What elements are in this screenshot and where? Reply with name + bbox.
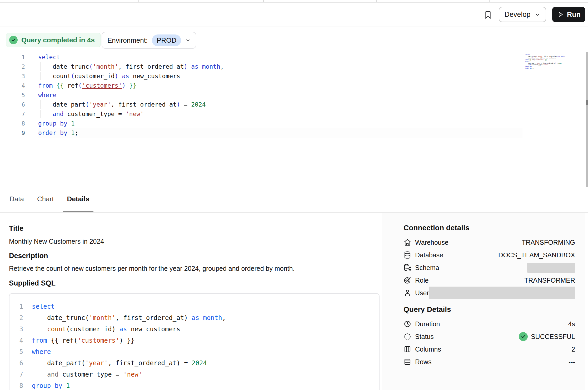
- role-icon: [403, 276, 411, 284]
- code-line[interactable]: 9order by 1;: [0, 128, 522, 138]
- row-label: Columns: [415, 346, 441, 353]
- row-label: Warehouse: [415, 239, 449, 246]
- environment-label: Environment:: [107, 36, 148, 44]
- duration-icon: [403, 320, 411, 328]
- code-text: count(customer_id) as new_customers: [38, 71, 522, 81]
- bookmark-button[interactable]: [482, 8, 494, 21]
- check-circle-icon: [9, 36, 18, 44]
- query-status-badge: Query completed in 4s: [6, 33, 101, 47]
- tab-details[interactable]: Details: [63, 187, 93, 212]
- user-icon: [403, 289, 411, 297]
- columns-icon: [403, 345, 411, 353]
- code-line[interactable]: 7and customer_type = 'new': [0, 109, 522, 119]
- tab-divider: [56, 0, 56, 2]
- code-text: count(customer_id) as new_customers: [32, 324, 379, 335]
- code-line[interactable]: 1select: [0, 52, 522, 62]
- line-number: 2: [9, 312, 23, 324]
- code-text: order by 1;: [525, 67, 556, 69]
- sql-editor[interactable]: 1select2date_trunc('month', first_ordere…: [0, 52, 522, 138]
- code-line[interactable]: 8group by 1: [0, 119, 522, 128]
- connection-details-heading: Connection details: [403, 223, 575, 232]
- code-text: date_part('year', first_ordered_at) = 20…: [38, 100, 522, 109]
- line-number: 8: [9, 380, 23, 390]
- description-heading: Description: [9, 252, 48, 260]
- line-number: 2: [0, 62, 25, 72]
- code-text: where: [32, 346, 379, 358]
- database-icon: [403, 251, 411, 259]
- code-line[interactable]: 2date_trunc('month', first_ordered_at) a…: [0, 62, 522, 71]
- code-text: and customer_type = 'new': [38, 109, 522, 119]
- status-icon: [403, 333, 411, 341]
- code-line: 6date_part('year', first_ordered_at) = 2…: [9, 358, 379, 369]
- code-line: 7and customer_type = 'new': [9, 369, 379, 380]
- editor-minimap[interactable]: 1select2date_trunc('month', first_ordere…: [525, 54, 556, 69]
- code-line[interactable]: 6date_part('year', first_ordered_at) = 2…: [0, 100, 522, 109]
- code-text: date_trunc('month', first_ordered_at) as…: [32, 312, 379, 324]
- line-number: 6: [9, 358, 23, 369]
- connection-row-warehouse: Warehouse TRANSFORMING: [403, 236, 575, 249]
- row-label: Status: [415, 333, 434, 341]
- code-line: 5where: [9, 346, 379, 358]
- supplied-sql-code: 1select2date_trunc('month', first_ordere…: [9, 294, 379, 390]
- query-details-heading: Query Details: [403, 305, 575, 314]
- redacted-user-value: [429, 287, 575, 299]
- chevron-down-icon: [185, 38, 191, 43]
- row-value: TRANSFORMER: [524, 277, 575, 284]
- connection-row-user: User: [403, 287, 575, 299]
- status-value: SUCCESSFUL: [519, 332, 575, 341]
- develop-label: Develop: [504, 11, 530, 19]
- row-label: Rows: [415, 358, 432, 366]
- code-line: 9order by 1;: [525, 67, 556, 69]
- tab-chart[interactable]: Chart: [33, 187, 58, 212]
- tab-data[interactable]: Data: [6, 187, 28, 212]
- code-line: 4from {{ ref('customers') }}: [9, 335, 379, 346]
- query-row-status: Status SUCCESSFUL: [403, 330, 575, 343]
- code-text: date_trunc('month', first_ordered_at) as…: [38, 62, 522, 71]
- code-line[interactable]: 4from {{ ref('customers') }}: [0, 81, 522, 90]
- line-number: 8: [0, 119, 25, 128]
- code-line: 1select: [9, 301, 379, 312]
- toolbar: Develop Run: [0, 3, 588, 27]
- row-label: Schema: [415, 264, 439, 272]
- environment-value-pill: PROD: [152, 34, 181, 46]
- line-number: 7: [0, 109, 25, 119]
- line-number: 4: [9, 335, 23, 346]
- line-number: 4: [0, 81, 25, 91]
- row-value: TRANSFORMING: [522, 239, 575, 246]
- develop-dropdown-button[interactable]: Develop: [499, 7, 546, 22]
- code-text: group by 1: [38, 119, 522, 128]
- tab-divider: [489, 0, 490, 2]
- code-line[interactable]: 5where: [0, 90, 522, 100]
- code-text: date_part('year', first_ordered_at) = 20…: [32, 358, 379, 369]
- connection-row-database: Database DOCS_TEAM_SANDBOX: [403, 249, 575, 261]
- code-line: 2date_trunc('month', first_ordered_at) a…: [9, 312, 379, 324]
- indent-guide: [40, 62, 41, 71]
- code-line: 3count(customer_id) as new_customers: [9, 324, 379, 335]
- line-number: 1: [0, 53, 25, 62]
- row-value: DOCS_TEAM_SANDBOX: [498, 251, 575, 259]
- query-details-rows: Duration 4s Status: [403, 318, 575, 368]
- editor-scrollbar[interactable]: [586, 52, 588, 195]
- line-number: 5: [0, 91, 25, 100]
- row-label: Duration: [415, 320, 440, 328]
- top-tab-strip: [0, 0, 588, 3]
- app-window: Develop Run Query completed in 4s Enviro…: [0, 0, 588, 390]
- tab-divider: [138, 0, 139, 2]
- scrollbar-notch: [586, 100, 588, 105]
- connection-rows: Warehouse TRANSFORMING Database DOCS_TEA…: [403, 236, 575, 299]
- supplied-sql-heading: Supplied SQL: [9, 279, 56, 287]
- code-line[interactable]: 3count(customer_id) as new_customers: [0, 71, 522, 81]
- environment-select[interactable]: Environment: PROD: [102, 32, 196, 49]
- tab-divider: [376, 0, 377, 2]
- success-check-icon: [519, 332, 528, 341]
- run-button[interactable]: Run: [552, 7, 585, 22]
- line-number: 5: [9, 346, 23, 358]
- title-heading: Title: [9, 224, 23, 233]
- query-row-rows: Rows ---: [403, 356, 575, 368]
- row-label: Role: [415, 277, 428, 284]
- connection-row-schema: Schema: [403, 261, 575, 274]
- code-line: 8group by 1: [9, 380, 379, 390]
- connection-details-panel: Connection details Warehouse TRANSFORMIN…: [382, 213, 585, 390]
- line-number: 7: [9, 369, 23, 380]
- details-panel: Title Monthly New Customers in 2024 Desc…: [0, 213, 588, 390]
